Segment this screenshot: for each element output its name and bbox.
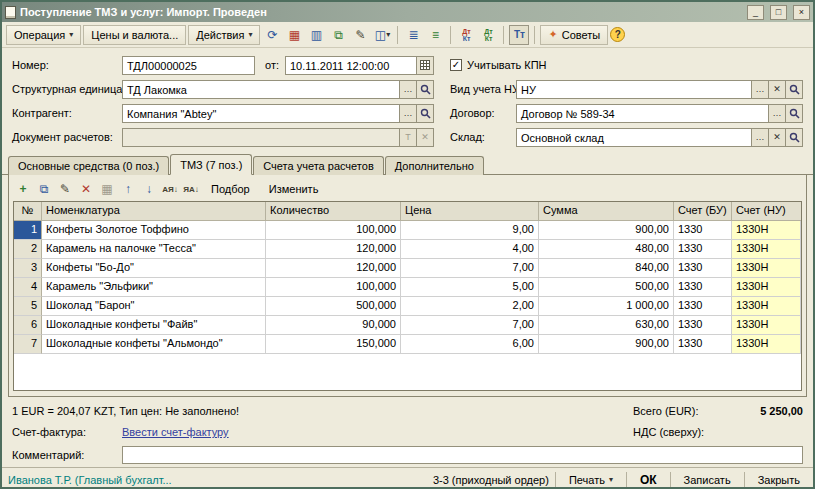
sum-cell[interactable]: 900,00 [539,335,674,354]
reread-icon[interactable]: ⟳ [262,25,282,45]
open-button[interactable] [785,105,802,122]
price-cell[interactable]: 9,00 [401,221,539,240]
edit-document-icon[interactable]: ✎ [350,25,370,45]
comment-value[interactable] [123,447,802,463]
warehouse-value[interactable]: Основной склад [517,129,751,146]
open-button[interactable] [416,81,433,98]
account-bu-cell[interactable]: 1330 [674,316,732,335]
subordination-structure-icon[interactable]: ≣ [403,25,423,45]
dt-kt-nu-icon[interactable]: Дт Кт [478,25,498,45]
number-field[interactable]: ТДЛ00000025 [122,56,255,75]
account-nu-cell[interactable]: 1330Н [732,278,801,297]
open-button[interactable] [785,129,802,146]
accounts-toggle-icon[interactable]: Тт [509,25,529,45]
quantity-cell[interactable]: 120,000 [266,259,401,278]
move-down-icon[interactable]: ↓ [139,179,159,199]
change-button[interactable]: Изменить [260,180,328,198]
structural-unit-field[interactable]: ТД Лакомка … [122,80,434,99]
counterparty-field[interactable]: Компания "Abtey" … [122,104,434,123]
table-row[interactable]: 1 Конфеты Золотое Тоффино 100,000 9,00 9… [14,221,801,240]
tab-tmz[interactable]: ТМЗ (7 поз.) [170,154,252,175]
move-up-icon[interactable]: ↑ [118,179,138,199]
table-row[interactable]: 5 Шоколад "Барон" 500,000 2,00 1 000,00 … [14,297,801,316]
account-nu-cell[interactable]: 1330Н [732,297,801,316]
row-number-cell[interactable]: 1 [14,221,42,240]
account-nu-cell[interactable]: 1330Н [732,221,801,240]
minimize-button[interactable]: _ [747,5,764,20]
clear-button[interactable]: ✕ [768,129,785,146]
delete-row-icon[interactable]: ✕ [76,179,96,199]
open-button[interactable] [785,81,802,98]
quantity-cell[interactable]: 90,000 [266,316,401,335]
nomenclature-cell[interactable]: Карамель на палочке "Тесса" [42,240,266,259]
quantity-cell[interactable]: 100,000 [266,221,401,240]
related-documents-icon[interactable]: ≡ [425,25,445,45]
sum-cell[interactable]: 1 000,00 [539,297,674,316]
table-row[interactable]: 4 Карамель "Эльфики" 100,000 5,00 500,00… [14,278,801,297]
tab-additional[interactable]: Дополнительно [385,156,484,175]
ok-button[interactable]: ОК [633,470,664,489]
close-form-button[interactable]: Закрыть [751,471,807,489]
table-row[interactable]: 6 Шоколадные конфеты "Файв" 90,000 7,00 … [14,316,801,335]
calendar-button[interactable] [416,57,433,74]
price-cell[interactable]: 5,00 [401,278,539,297]
account-bu-cell[interactable]: 1330 [674,297,732,316]
account-nu-cell[interactable]: 1330Н [732,316,801,335]
nomenclature-cell[interactable]: Конфеты Золотое Тоффино [42,221,266,240]
choose-button[interactable]: … [768,105,785,122]
comment-field[interactable] [122,446,803,464]
nomenclature-cell[interactable]: Карамель "Эльфики" [42,278,266,297]
date-value[interactable]: 10.11.2011 12:00:00 [286,57,416,74]
row-number-cell[interactable]: 7 [14,335,42,354]
enter-invoice-link[interactable]: Ввести счет-фактуру [122,426,229,438]
sum-cell[interactable]: 480,00 [539,240,674,259]
prices-currency-button[interactable]: Цены и валюта... [83,25,186,45]
table-row[interactable]: 7 Шоколадные конфеты "Альмондо" 150,000 … [14,335,801,354]
choose-button[interactable]: … [751,129,768,146]
add-row-icon[interactable]: + [13,179,33,199]
date-field[interactable]: 10.11.2011 12:00:00 [285,56,434,75]
contract-value[interactable]: Договор № 589-34 [517,105,768,122]
kpn-checkbox[interactable]: ✓ [450,59,462,71]
account-nu-cell[interactable]: 1330Н [732,335,801,354]
quantity-cell[interactable]: 150,000 [266,335,401,354]
warehouse-field[interactable]: Основной склад … ✕ [516,128,803,147]
copy-document-icon[interactable]: ⧉ [328,25,348,45]
sum-cell[interactable]: 840,00 [539,259,674,278]
account-bu-cell[interactable]: 1330 [674,335,732,354]
sort-descending-icon[interactable]: ЯА↓ [181,179,201,199]
print-button[interactable]: Печать ▾ [562,471,620,489]
sum-cell[interactable]: 500,00 [539,278,674,297]
table-row[interactable]: 2 Карамель на палочке "Тесса" 120,000 4,… [14,240,801,259]
pick-button[interactable]: Подбор [202,180,259,198]
dt-kt-bu-icon[interactable]: Дт Кт [456,25,476,45]
actions-menu-button[interactable]: Действия ▾ [188,25,260,45]
maximize-button[interactable]: □ [770,5,787,20]
price-cell[interactable]: 2,00 [401,297,539,316]
nomenclature-cell[interactable]: Шоколадные конфеты "Файв" [42,316,266,335]
account-bu-cell[interactable]: 1330 [674,221,732,240]
nomenclature-cell[interactable]: Конфеты "Бо-До" [42,259,266,278]
open-button[interactable] [416,105,433,122]
nomenclature-cell[interactable]: Шоколад "Барон" [42,297,266,316]
account-bu-cell[interactable]: 1330 [674,240,732,259]
tab-fixed-assets[interactable]: Основные средства (0 поз.) [8,156,169,175]
nu-kind-value[interactable]: НУ [517,81,751,98]
post-document-icon[interactable]: ▦ [284,25,304,45]
nomenclature-cell[interactable]: Шоколадные конфеты "Альмондо" [42,335,266,354]
quantity-cell[interactable]: 100,000 [266,278,401,297]
price-cell[interactable]: 6,00 [401,335,539,354]
table-row[interactable]: 3 Конфеты "Бо-До" 120,000 7,00 840,00 13… [14,259,801,278]
open-list-icon[interactable]: ◫ ▾ [372,25,392,45]
row-number-cell[interactable]: 4 [14,278,42,297]
choose-button[interactable]: … [751,81,768,98]
choose-button[interactable]: … [399,105,416,122]
row-number-cell[interactable]: 3 [14,259,42,278]
price-cell[interactable]: 4,00 [401,240,539,259]
clear-button[interactable]: ✕ [768,81,785,98]
number-value[interactable]: ТДЛ00000025 [123,57,254,74]
price-cell[interactable]: 7,00 [401,316,539,335]
tab-settlement-accounts[interactable]: Счета учета расчетов [253,156,383,175]
nu-kind-field[interactable]: НУ … ✕ [516,80,803,99]
account-nu-cell[interactable]: 1330Н [732,240,801,259]
